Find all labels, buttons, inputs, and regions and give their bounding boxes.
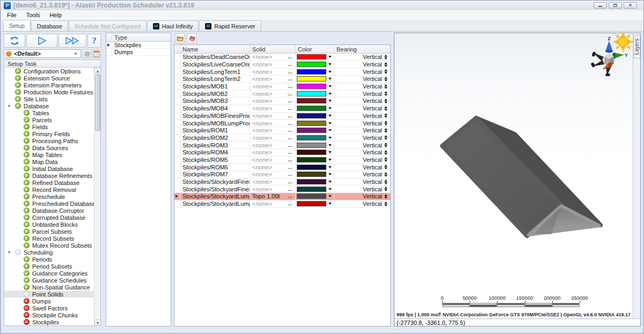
bearing-spinner[interactable]	[384, 128, 387, 133]
color-swatch[interactable]	[297, 201, 326, 206]
clear-button[interactable]	[187, 33, 197, 43]
color-dropdown-icon[interactable]	[328, 166, 332, 168]
bearing-spinner[interactable]	[384, 165, 387, 169]
bearing-spinner[interactable]	[384, 113, 387, 118]
table-row-stockpiles-stockyardfinesregular[interactable]: Stockpiles/StockyardFinesRegular<none>…V…	[174, 179, 390, 186]
tree-item-extension-parameters[interactable]: ✓Extension Parameters	[4, 81, 94, 88]
cell-solid[interactable]: <none>…	[250, 54, 296, 61]
tree-item-prescheduled-database[interactable]: ✓Prescheduled Database	[4, 200, 94, 207]
cell-color[interactable]	[296, 164, 334, 170]
cell-bearing[interactable]: Vertical	[334, 76, 389, 83]
cell-color[interactable]	[296, 105, 334, 112]
tab-database[interactable]: Database	[31, 20, 68, 31]
tree-item-unblasted-blocks[interactable]: ✓Unblasted Blocks	[4, 221, 94, 228]
column-header-color[interactable]: Color	[296, 45, 334, 53]
type-row-stockpiles[interactable]: Stockpiles	[106, 42, 171, 49]
cell-color[interactable]	[296, 83, 334, 90]
cell-color[interactable]	[296, 135, 334, 142]
color-swatch[interactable]	[297, 143, 326, 148]
solid-browse-button[interactable]: …	[288, 135, 293, 140]
color-swatch[interactable]	[297, 62, 326, 67]
cell-color[interactable]	[296, 149, 334, 156]
solid-browse-button[interactable]: …	[288, 165, 293, 170]
cell-solid[interactable]: <none>…	[250, 120, 296, 127]
bearing-spinner[interactable]	[384, 150, 387, 155]
cell-solid[interactable]: <none>…	[250, 157, 296, 164]
color-swatch[interactable]	[297, 150, 326, 155]
layers-tab[interactable]: Layers	[633, 35, 640, 58]
tree-item-database-corruptor[interactable]: ✓Database Corruptor	[4, 207, 94, 214]
tree-item-guidance-schedules[interactable]: ✓Guidance Schedules	[4, 277, 94, 284]
color-dropdown-icon[interactable]	[328, 100, 332, 102]
color-swatch[interactable]	[297, 179, 326, 184]
color-swatch[interactable]	[297, 84, 326, 89]
bearing-spinner[interactable]	[384, 202, 387, 206]
bearing-spinner[interactable]	[384, 135, 387, 140]
tree-item-configuration-options[interactable]: ✓Configuration Options	[4, 68, 94, 75]
cell-bearing[interactable]: Vertical	[334, 61, 389, 68]
solid-browse-button[interactable]: …	[288, 187, 293, 192]
solid-browse-button[interactable]: …	[288, 98, 293, 103]
cell-color[interactable]	[296, 171, 334, 178]
tree-item-guidance-categories[interactable]: ✓Guidance Categories	[4, 270, 94, 277]
cell-bearing[interactable]: Vertical	[334, 142, 389, 149]
color-swatch[interactable]	[297, 69, 326, 75]
cell-solid[interactable]: Topo 1.00t…	[250, 193, 296, 200]
bearing-spinner[interactable]	[384, 69, 387, 74]
color-dropdown-icon[interactable]	[328, 188, 332, 190]
solid-browse-button[interactable]: …	[288, 143, 293, 148]
bearing-spinner[interactable]	[384, 62, 387, 67]
color-dropdown-icon[interactable]	[328, 181, 332, 183]
color-dropdown-icon[interactable]	[328, 195, 332, 197]
help-button[interactable]: ?	[87, 34, 101, 48]
cell-bearing[interactable]: Vertical	[334, 120, 389, 127]
color-swatch[interactable]	[297, 106, 326, 111]
import-button[interactable]	[175, 33, 185, 43]
cell-bearing[interactable]: Vertical	[334, 201, 389, 207]
cell-bearing[interactable]: Vertical	[334, 68, 389, 75]
cell-solid[interactable]: <none>…	[250, 90, 296, 97]
tree-scrollbar[interactable]: ▲ ▼	[94, 68, 100, 326]
cell-color[interactable]	[296, 201, 334, 207]
tree-item-processing-paths[interactable]: ✓Processing Paths	[4, 137, 94, 144]
cell-solid[interactable]: <none>…	[250, 201, 296, 207]
color-swatch[interactable]	[297, 135, 326, 140]
tree-item-site-lists[interactable]: ✓Site Lists	[4, 95, 94, 102]
column-header-bearing[interactable]: Bearing	[334, 45, 389, 53]
cell-solid[interactable]: <none>…	[250, 113, 296, 120]
color-swatch[interactable]	[297, 54, 326, 60]
type-row-dumps[interactable]: Dumps	[106, 49, 171, 56]
solid-browse-button[interactable]: …	[288, 54, 293, 60]
cell-solid[interactable]: <none>…	[250, 127, 296, 134]
table-row-stockpiles-rom6[interactable]: Stockpiles/ROM6<none>…Vertical	[174, 164, 390, 171]
expand-arrow-icon[interactable]: ▾	[8, 105, 10, 108]
table-row-stockpiles-stockyardlumpspecial[interactable]: Stockpiles/StockyardLumpSpecial<none>…Ve…	[174, 201, 390, 208]
menu-help[interactable]: Help	[45, 10, 67, 20]
bearing-spinner[interactable]	[384, 187, 387, 191]
profile-settings-button[interactable]	[83, 49, 91, 58]
solid-browse-button[interactable]: …	[288, 69, 293, 75]
tree-item-mutex-record-subsets[interactable]: ✓Mutex Record Subsets	[4, 242, 94, 249]
solid-browse-button[interactable]: …	[288, 62, 293, 67]
bearing-spinner[interactable]	[384, 194, 387, 199]
tree-item-record-subsets[interactable]: ✓Record Subsets	[4, 235, 94, 242]
tab-haul-infinity[interactable]: HHaul Infinity	[147, 20, 199, 31]
cell-color[interactable]	[296, 76, 334, 83]
solid-browse-button[interactable]: …	[288, 76, 293, 81]
cell-bearing[interactable]: Vertical	[334, 185, 389, 192]
run-button[interactable]	[26, 34, 57, 48]
color-dropdown-icon[interactable]	[328, 203, 332, 205]
solid-browse-button[interactable]: …	[288, 113, 293, 118]
tree-item-tables[interactable]: ✓Tables	[4, 109, 94, 116]
solid-browse-button[interactable]: …	[288, 172, 293, 177]
table-row-stockpiles-rom4[interactable]: Stockpiles/ROM4<none>…Vertical	[174, 149, 390, 157]
bearing-spinner[interactable]	[384, 157, 387, 162]
cell-color[interactable]	[296, 127, 334, 134]
tree-item-swell-factors[interactable]: −Swell Factors	[4, 305, 94, 311]
tree-item-fields[interactable]: ✓Fields	[4, 123, 94, 130]
solid-browse-button[interactable]: …	[288, 201, 293, 206]
solid-browse-button[interactable]: …	[288, 150, 293, 155]
color-swatch[interactable]	[297, 194, 326, 199]
tree-item-production-mode-features[interactable]: ✓Production Mode Features	[4, 88, 94, 95]
title-bar[interactable]: P [demo6_21.3.819*] - Alastri Production…	[1, 1, 643, 10]
